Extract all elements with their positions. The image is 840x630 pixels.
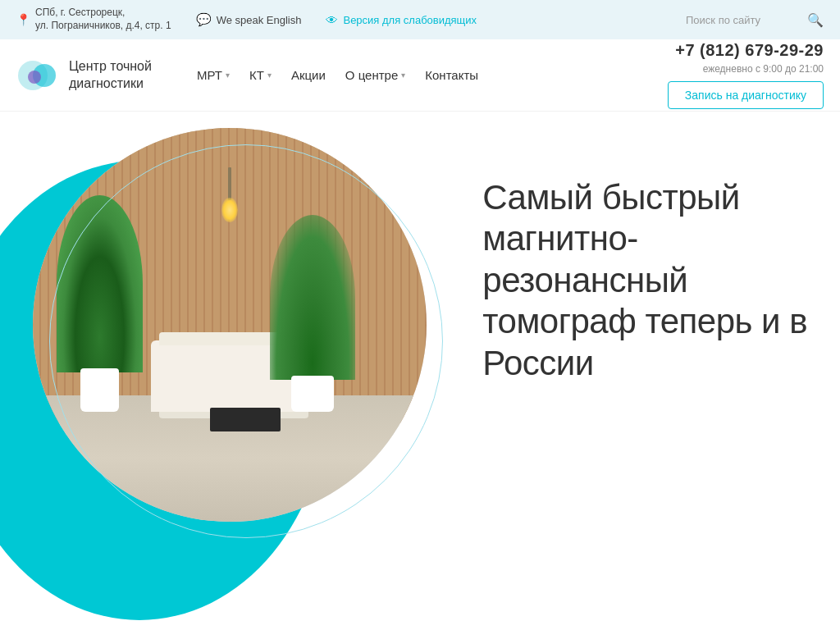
- hero-headline: Самый быстрый магнитно- резонансный томо…: [482, 177, 807, 384]
- phone-hours: ежедневно с 9:00 до 21:00: [703, 63, 824, 75]
- search-block[interactable]: 🔍: [686, 12, 824, 28]
- search-input[interactable]: [686, 14, 801, 26]
- svg-point-2: [28, 71, 41, 84]
- nav-akcii[interactable]: Акции: [291, 68, 326, 82]
- logo-line1: Центр точной: [69, 58, 152, 75]
- speech-icon: 💬: [196, 12, 212, 27]
- clinic-photo: [33, 128, 427, 522]
- header-right: +7 (812) 679-29-29 ежедневно с 9:00 до 2…: [668, 41, 824, 109]
- main-nav: МРТ ▾ КТ ▾ Акции О центре ▾ Контакты: [197, 68, 478, 82]
- eye-icon: 👁: [326, 13, 338, 27]
- chevron-down-icon: ▾: [401, 71, 405, 80]
- search-icon[interactable]: 🔍: [807, 12, 824, 28]
- plant-leaves-left: [57, 195, 144, 372]
- logo-icon: [16, 54, 59, 97]
- plant-pot-left: [80, 368, 118, 412]
- nav-o-centre[interactable]: О центре ▾: [345, 68, 405, 82]
- logo-line2: диагностики: [69, 75, 152, 93]
- pin-icon: 📍: [16, 12, 30, 27]
- vision-block[interactable]: 👁 Версия для слабовидящих: [326, 13, 477, 27]
- hero-text: Самый быстрый магнитно- резонансный томо…: [482, 177, 807, 384]
- plant-leaves-right: [270, 215, 355, 381]
- logo-text: Центр точной диагностики: [69, 58, 152, 93]
- nav-kontakty[interactable]: Контакты: [425, 68, 478, 82]
- plant-pot-right: [291, 376, 334, 411]
- plant-right: [277, 215, 348, 412]
- book-button[interactable]: Запись на диагностику: [668, 81, 824, 109]
- chevron-down-icon: ▾: [226, 71, 230, 80]
- nav-kt[interactable]: КТ ▾: [249, 68, 272, 82]
- nav-mrt[interactable]: МРТ ▾: [197, 68, 230, 82]
- wall-light: [221, 167, 237, 222]
- hero-section: Самый быстрый магнитно- резонансный томо…: [0, 112, 840, 630]
- room-scene: [33, 128, 427, 522]
- header: Центр точной диагностики МРТ ▾ КТ ▾ Акци…: [0, 39, 840, 112]
- english-block: 💬 We speak English: [196, 12, 302, 27]
- phone-number[interactable]: +7 (812) 679-29-29: [675, 41, 824, 60]
- address-line2: ул. Пограничников, д.4, стр. 1: [35, 20, 171, 33]
- address-line1: СПб, г. Сестрорецк,: [35, 7, 171, 20]
- plant-left: [57, 195, 144, 412]
- address-block: 📍 СПб, г. Сестрорецк, ул. Пограничников,…: [16, 7, 171, 32]
- topbar: 📍 СПб, г. Сестрорецк, ул. Пограничников,…: [0, 0, 840, 39]
- english-label: We speak English: [217, 14, 302, 26]
- coffee-table: [210, 408, 281, 431]
- vision-label: Версия для слабовидящих: [343, 14, 477, 26]
- logo-area[interactable]: Центр точной диагностики: [16, 54, 180, 97]
- chevron-down-icon: ▾: [267, 71, 272, 80]
